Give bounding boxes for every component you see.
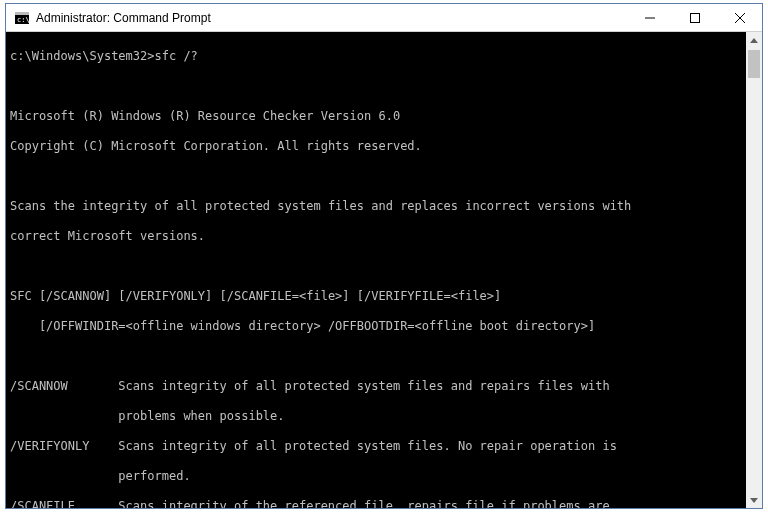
svg-marker-7 [750,38,758,43]
option-name: /SCANNOW [10,379,118,394]
svg-text:c:\: c:\ [17,16,29,24]
prompt-line: c:\Windows\System32>sfc /? [10,49,742,64]
output-line: Copyright (C) Microsoft Corporation. All… [10,139,742,154]
output-line: Microsoft (R) Windows (R) Resource Check… [10,109,742,124]
blank-line [10,169,742,184]
option-desc: problems when possible. [118,409,284,424]
close-button[interactable] [717,4,762,31]
console-output[interactable]: c:\Windows\System32>sfc /? Microsoft (R)… [6,32,746,508]
option-desc: Scans integrity of all protected system … [118,439,617,454]
scrollbar-thumb[interactable] [748,50,760,78]
option-desc: Scans integrity of all protected system … [118,379,609,394]
console-area: c:\Windows\System32>sfc /? Microsoft (R)… [6,32,762,508]
option-name [10,469,118,484]
option-name: /SCANFILE [10,499,118,508]
output-line: Scans the integrity of all protected sys… [10,199,742,214]
option-name: /VERIFYONLY [10,439,118,454]
scroll-down-button[interactable] [746,492,762,508]
output-line: correct Microsoft versions. [10,229,742,244]
usage-line: SFC [/SCANNOW] [/VERIFYONLY] [/SCANFILE=… [10,289,742,304]
option-name [10,409,118,424]
option-row: /SCANNOWScans integrity of all protected… [10,379,742,394]
blank-line [10,349,742,364]
option-desc: performed. [118,469,190,484]
window-title: Administrator: Command Prompt [36,11,627,25]
option-row: /VERIFYONLYScans integrity of all protec… [10,439,742,454]
titlebar[interactable]: c:\ Administrator: Command Prompt [6,4,762,32]
cmd-icon: c:\ [14,10,30,26]
option-row: performed. [10,469,742,484]
minimize-button[interactable] [627,4,672,31]
svg-rect-1 [15,12,29,15]
option-row: /SCANFILEScans integrity of the referenc… [10,499,742,508]
vertical-scrollbar[interactable] [746,32,762,508]
usage-line: [/OFFWINDIR=<offline windows directory> … [10,319,742,334]
scroll-up-button[interactable] [746,32,762,48]
svg-rect-4 [690,13,699,22]
svg-marker-8 [750,498,758,503]
option-desc: Scans integrity of the referenced file, … [118,499,609,508]
command-prompt-window: c:\ Administrator: Command Prompt c:\Win… [5,3,763,509]
window-controls [627,4,762,31]
command: sfc /? [155,49,198,63]
blank-line [10,79,742,94]
blank-line [10,259,742,274]
maximize-button[interactable] [672,4,717,31]
prompt: c:\Windows\System32> [10,49,155,63]
option-row: problems when possible. [10,409,742,424]
